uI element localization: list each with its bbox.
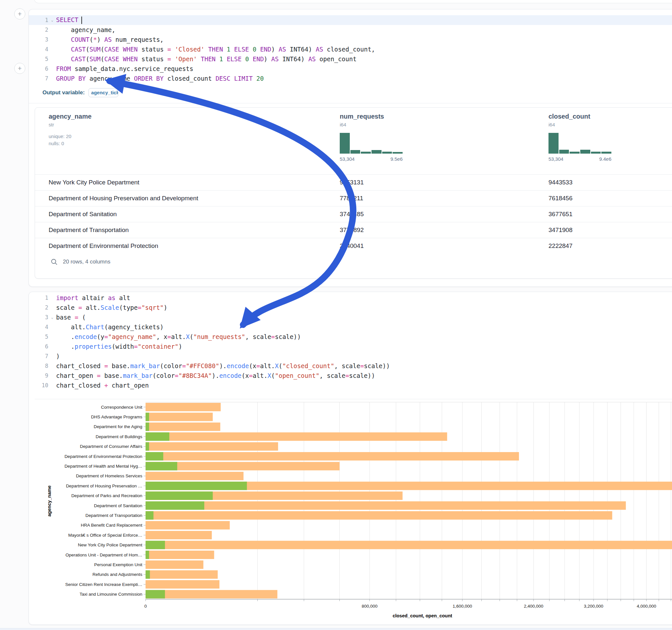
y-axis-label: Personal Exemption Unit (94, 562, 142, 567)
closed-count-bar[interactable] (146, 501, 626, 510)
closed-count-bar[interactable] (146, 551, 214, 559)
code-line[interactable]: 5 CAST(SUM(CASE WHEN status = 'Open' THE… (29, 54, 672, 64)
column-histogram[interactable] (340, 133, 403, 153)
python-code-editor[interactable]: 1import altair as alt2scale = alt.Scale(… (29, 293, 672, 390)
y-axis-label: Department of Homeless Services (76, 474, 142, 478)
table-row[interactable]: Department of Transportation377489234719… (35, 222, 672, 238)
closed-count-bar[interactable] (146, 452, 519, 461)
code-text: GROUP BY agency_name ORDER BY closed_cou… (56, 75, 264, 82)
code-line[interactable]: 4 CAST(SUM(CASE WHEN status = 'Closed' T… (29, 44, 672, 54)
open-count-bar[interactable] (146, 511, 153, 519)
closed-count-bar[interactable] (146, 560, 203, 569)
histogram-bar (351, 150, 360, 153)
output-variable-row: Output variable: agency_tickets (43, 88, 118, 98)
histogram-range: 53,3049.5e6 (340, 156, 403, 162)
line-number: 5 (29, 56, 48, 62)
closed-count-bar[interactable] (146, 531, 212, 539)
code-line[interactable]: 9chart_open = base.mark_bar(color="#8BC3… (29, 371, 672, 381)
closed-count-bar[interactable] (146, 403, 221, 411)
open-count-bar[interactable] (146, 432, 169, 441)
histogram-bar (382, 152, 392, 153)
line-number: 2 (29, 27, 48, 33)
closed-count-bar[interactable] (146, 590, 278, 599)
code-line[interactable]: 5 .encode(y="agency_name", x=alt.X("num_… (29, 332, 672, 342)
table-row[interactable]: Department of Housing Preservation and D… (35, 190, 672, 206)
closed-count-bar[interactable] (146, 432, 447, 441)
table-row[interactable]: Department of Sanitation37494853677651 (35, 206, 672, 222)
search-icon[interactable] (51, 258, 58, 265)
closed-count-bar[interactable] (146, 422, 220, 431)
text-cursor (81, 17, 82, 24)
table-row-count: 20 rows, 4 columns (63, 259, 110, 265)
code-line[interactable]: 3 COUNT(*) AS num_requests, (29, 35, 672, 44)
open-count-bar[interactable] (146, 590, 165, 599)
bar-chart-svg: Correspondence UnitDHS Advantage Program… (43, 402, 672, 625)
code-line[interactable]: 10chart_closed + chart_open (29, 381, 672, 390)
code-line[interactable]: 7) (29, 351, 672, 361)
open-count-bar[interactable] (146, 422, 149, 431)
add-cell-button-middle[interactable]: + (14, 63, 25, 74)
code-line[interactable]: 4 alt.Chart(agency_tickets) (29, 322, 672, 332)
collapse-caret-icon[interactable]: ⌄ (48, 315, 56, 319)
column-header[interactable]: num_requests (340, 113, 384, 120)
code-line[interactable]: 7GROUP BY agency_name ORDER BY closed_co… (29, 74, 672, 83)
code-text: CAST(SUM(CASE WHEN status = 'Closed' THE… (56, 46, 375, 53)
open-count-bar[interactable] (146, 492, 213, 500)
x-tick-label: 1,600,000 (453, 604, 472, 609)
open-count-bar[interactable] (146, 551, 149, 559)
collapse-caret-icon[interactable]: ⌄ (48, 18, 56, 22)
open-count-bar[interactable] (146, 442, 149, 451)
column-type: i64 (340, 122, 346, 127)
code-line[interactable]: 3⌄base = ( (29, 312, 672, 322)
closed-count-bar[interactable] (146, 442, 278, 451)
code-line[interactable]: 1import altair as alt (29, 293, 672, 303)
output-variable-input[interactable]: agency_tickets (89, 88, 118, 97)
open-count-bar[interactable] (146, 452, 163, 461)
y-axis-label: Department of Buildings (96, 434, 142, 439)
code-line[interactable]: 6 .properties(width="container") (29, 342, 672, 351)
closed-count-bar[interactable] (146, 580, 219, 588)
open-count-bar[interactable] (146, 571, 150, 579)
code-line[interactable]: 6FROM sample_data.nyc.service_requests (29, 64, 672, 74)
code-text: SELECT (56, 16, 82, 24)
closed-count-bar[interactable] (146, 511, 613, 519)
code-text: scale = alt.Scale(type="sqrt") (56, 304, 167, 311)
open-count-bar[interactable] (146, 482, 247, 490)
code-text: COUNT(*) AS num_requests, (56, 36, 164, 43)
code-line[interactable]: 1⌄SELECT (29, 15, 672, 25)
code-text: base = ( (56, 314, 86, 321)
column-header[interactable]: closed_count (549, 113, 590, 120)
add-cell-button-top[interactable]: + (14, 8, 25, 20)
open-count-bar[interactable] (146, 413, 149, 421)
altair-bar-chart: Correspondence UnitDHS Advantage Program… (43, 402, 672, 625)
y-axis-label: Department for the Aging (94, 424, 142, 429)
table-cell: 3774892 (340, 222, 364, 238)
code-line[interactable]: 8chart_closed = base.mark_bar(color="#FF… (29, 361, 672, 371)
table-row[interactable]: New York City Police Department945313194… (35, 174, 672, 190)
code-text: alt.Chart(agency_tickets) (56, 323, 164, 331)
closed-count-bar[interactable] (146, 521, 230, 530)
closed-count-bar[interactable] (146, 472, 243, 480)
column-histogram[interactable] (549, 133, 611, 153)
histogram-bar (580, 150, 590, 153)
output-divider (35, 399, 672, 399)
sql-code-editor[interactable]: 1⌄SELECT2 agency_name,3 COUNT(*) AS num_… (29, 15, 672, 83)
histogram-bar (559, 150, 569, 153)
closed-count-bar[interactable] (146, 413, 213, 421)
table-row[interactable]: Department of Environmental Protection22… (35, 238, 672, 254)
code-line[interactable]: 2scale = alt.Scale(type="sqrt") (29, 303, 672, 312)
closed-count-bar[interactable] (146, 541, 672, 549)
column-header[interactable]: agency_name (49, 113, 91, 120)
code-line[interactable]: 2 agency_name, (29, 25, 672, 35)
histogram-bar (371, 150, 382, 153)
x-tick-label: 800,000 (362, 604, 378, 609)
open-count-bar[interactable] (146, 541, 165, 549)
open-count-bar[interactable] (146, 501, 204, 510)
y-axis-label: HRA Benefit Card Replacement (81, 523, 142, 528)
y-axis-label: New York City Police Department (78, 542, 142, 547)
histogram-bar (340, 133, 350, 153)
column-stat: unique: 20 (49, 134, 71, 139)
closed-count-bar[interactable] (146, 571, 218, 579)
line-number: 4 (29, 46, 48, 52)
open-count-bar[interactable] (146, 462, 177, 470)
